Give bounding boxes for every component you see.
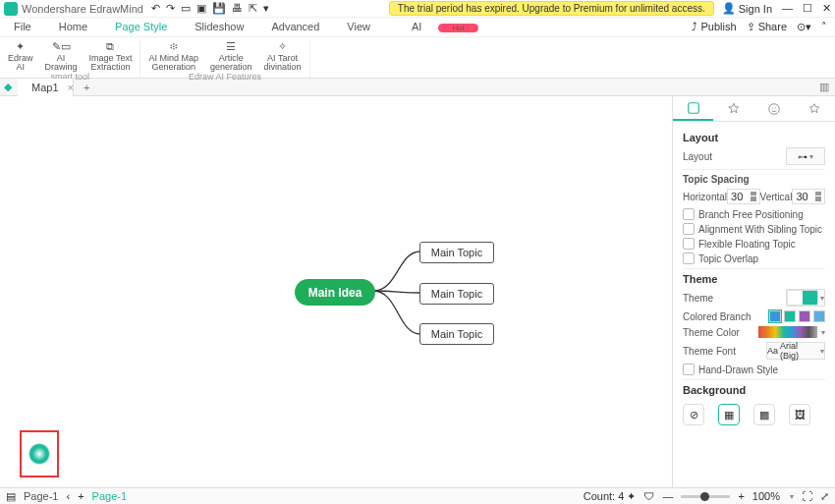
theme-font-label: Theme Font <box>683 346 736 357</box>
split-view-icon[interactable]: ▥ <box>813 81 835 93</box>
layout-select[interactable]: ⊶▾ <box>786 147 825 165</box>
ai-orb-icon <box>28 443 50 465</box>
page-prev-icon[interactable]: ‹ <box>66 490 70 502</box>
ribbon-mind-gen[interactable]: ፨AI Mind Map Generation <box>144 39 202 72</box>
spacing-title: Topic Spacing <box>683 174 825 185</box>
fit-icon[interactable]: ⛶ <box>802 490 812 502</box>
check-align-sibling[interactable]: Alignment With Sibling Topic <box>683 223 825 235</box>
mind-topic-2[interactable]: Main Topic <box>419 283 494 305</box>
share-button[interactable]: ⇪ Share <box>747 21 787 33</box>
theme-font-select[interactable]: Aa Arial (Big)▾ <box>766 342 825 360</box>
horizontal-label: Horizontal <box>683 192 727 202</box>
zoom-minus[interactable]: — <box>662 490 673 502</box>
export-icon[interactable]: ⇱ <box>249 2 257 15</box>
protect-icon[interactable]: 🛡 <box>643 490 654 502</box>
theme-color-label: Theme Color <box>683 327 740 338</box>
check-free-position[interactable]: Branch Free Positioning <box>683 208 825 220</box>
mind-root-node[interactable]: Main Idea <box>295 279 375 306</box>
menu-view[interactable]: View <box>333 17 384 38</box>
zoom-plus[interactable]: + <box>738 490 744 502</box>
branch-scheme-swatches[interactable] <box>769 310 825 322</box>
connector-lines <box>373 242 422 350</box>
vertical-label: Vertical <box>760 192 793 202</box>
bg-pattern[interactable]: ▩ <box>753 404 775 425</box>
ribbon-image-text[interactable]: ⧉Image Text Extraction <box>85 39 137 72</box>
tab-add-button[interactable]: + <box>78 82 95 93</box>
theme-select[interactable]: ▾ <box>786 289 825 307</box>
canvas[interactable]: Main Idea Main Topic Main Topic Main Top… <box>0 96 672 487</box>
page-active[interactable]: Page-1 <box>92 490 127 502</box>
mindmap-icon: ፨ <box>165 39 183 53</box>
theme-color-select[interactable]: ▾ <box>758 326 825 338</box>
theme-section-title: Theme <box>683 273 825 285</box>
menu-file[interactable]: File <box>0 17 45 38</box>
ribbon-group-ai: Edraw AI Features <box>189 72 261 83</box>
app-logo <box>4 2 18 16</box>
ribbon-tarot[interactable]: ✧AI Tarot divination <box>259 39 305 72</box>
ocr-icon: ⧉ <box>101 39 119 53</box>
panel-tab-effects[interactable] <box>713 96 753 121</box>
menu-page-style[interactable]: Page Style <box>101 17 181 38</box>
trial-banner[interactable]: The trial period has expired. Upgrade to… <box>389 1 714 16</box>
count-label: Count: 4 ✦ <box>584 490 637 503</box>
collapse-ribbon-icon[interactable]: ˄ <box>821 21 827 33</box>
tab-close-icon[interactable]: × <box>64 82 78 93</box>
menu-ai[interactable]: AIHot <box>384 17 492 38</box>
horizontal-spinner[interactable]: 30 <box>727 189 760 204</box>
svg-point-2 <box>772 107 773 108</box>
menu-slideshow[interactable]: Slideshow <box>181 17 257 38</box>
user-icon: 👤 <box>722 2 736 15</box>
mind-topic-1[interactable]: Main Topic <box>419 242 494 263</box>
colored-branch-label: Colored Branch <box>683 311 751 322</box>
vertical-spinner[interactable]: 30 <box>792 189 825 204</box>
undo-icon[interactable]: ↶ <box>151 2 160 15</box>
background-section-title: Background <box>683 384 825 396</box>
svg-rect-0 <box>688 102 698 113</box>
svg-point-3 <box>775 107 776 108</box>
ribbon-article[interactable]: ☰Article generation <box>206 39 256 72</box>
svg-point-1 <box>769 103 780 114</box>
doc-icon: ◆ <box>4 81 18 94</box>
layout-label: Layout <box>683 151 712 162</box>
minimize-button[interactable]: — <box>782 2 793 15</box>
mind-topic-3[interactable]: Main Topic <box>419 323 494 345</box>
menu-advanced[interactable]: Advanced <box>257 17 333 38</box>
style-panel: Layout Layout ⊶▾ Topic Spacing Horizonta… <box>672 96 835 487</box>
zoom-slider[interactable] <box>681 495 730 498</box>
maximize-button[interactable]: ☐ <box>803 2 812 15</box>
bg-none[interactable]: ⊘ <box>683 404 704 425</box>
ribbon-edraw-ai[interactable]: ✦Edraw AI <box>4 39 37 72</box>
print-icon[interactable]: 🖶 <box>232 2 243 15</box>
more-icon[interactable]: ▾ <box>263 2 269 15</box>
panel-tab-layout[interactable] <box>673 96 713 121</box>
tarot-icon: ✧ <box>273 39 291 53</box>
bg-color[interactable]: ▦ <box>718 404 740 425</box>
check-overlap[interactable]: Topic Overlap <box>683 252 825 264</box>
new-icon[interactable]: ▭ <box>181 2 191 15</box>
fullscreen-icon[interactable]: ⤢ <box>820 490 829 503</box>
outline-icon[interactable]: ▤ <box>6 490 16 503</box>
article-icon: ☰ <box>222 39 240 53</box>
theme-label: Theme <box>683 293 713 304</box>
bg-image[interactable]: 🖼 <box>789 404 810 425</box>
page-chip-1[interactable]: Page-1 <box>24 490 58 502</box>
ribbon-ai-drawing[interactable]: ✎▭AI Drawing <box>41 39 82 72</box>
redo-icon[interactable]: ↷ <box>166 2 175 15</box>
folder-icon[interactable]: ▣ <box>196 2 206 15</box>
check-hand-drawn[interactable]: Hand-Drawn Style <box>683 364 825 375</box>
check-floating[interactable]: Flexible Floating Topic <box>683 238 825 250</box>
layout-section-title: Layout <box>683 132 825 143</box>
page-add-icon[interactable]: + <box>78 490 84 502</box>
zoom-value: 100% <box>752 490 780 502</box>
panel-tab-more[interactable] <box>795 96 835 121</box>
sign-in-button[interactable]: 👤 Sign In <box>722 2 772 15</box>
panel-tab-emoji[interactable] <box>754 96 795 121</box>
publish-button[interactable]: ⤴ Publish <box>692 21 736 33</box>
app-title: Wondershare EdrawMind <box>22 3 143 15</box>
magic-icon: ✦ <box>12 39 29 53</box>
help-icon[interactable]: ⊙▾ <box>797 21 811 33</box>
menu-home[interactable]: Home <box>45 17 101 38</box>
close-button[interactable]: ✕ <box>822 2 831 15</box>
ai-assistant-bubble[interactable] <box>20 430 59 477</box>
save-icon[interactable]: 💾 <box>212 2 226 15</box>
